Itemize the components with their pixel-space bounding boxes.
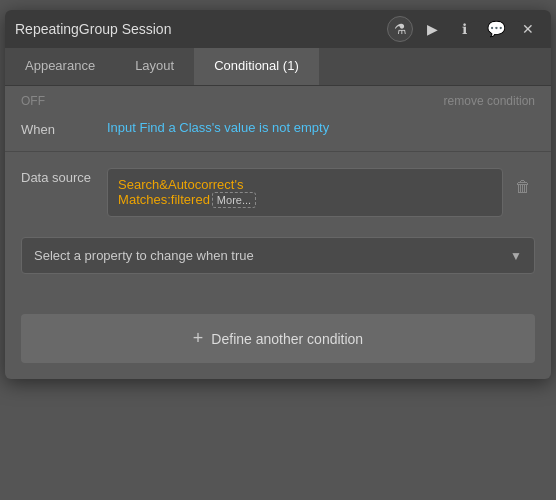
chat-button[interactable]: 💬 (483, 16, 509, 42)
close-button[interactable]: ✕ (515, 16, 541, 42)
data-source-value-wrap: Search&Autocorrect's Matches:filteredMor… (107, 168, 535, 217)
divider-1 (5, 151, 551, 152)
property-select-label: Select a property to change when true (34, 248, 254, 263)
trash-icon: 🗑 (515, 178, 531, 195)
property-select-dropdown[interactable]: Select a property to change when true ▼ (21, 237, 535, 274)
title-bar: RepeatingGroup Session ⚗ ▶ ℹ 💬 ✕ (5, 10, 551, 48)
tab-appearance[interactable]: Appearance (5, 48, 115, 85)
data-source-secondary: Matches:filteredMore... (118, 192, 492, 208)
flask-button[interactable]: ⚗ (387, 16, 413, 42)
data-source-box[interactable]: Search&Autocorrect's Matches:filteredMor… (107, 168, 503, 217)
info-button[interactable]: ℹ (451, 16, 477, 42)
data-source-label: Data source (21, 168, 91, 185)
data-source-primary: Search&Autocorrect's (118, 177, 492, 192)
panel-title: RepeatingGroup Session (15, 21, 171, 37)
condition-header: OFF remove condition (5, 86, 551, 112)
define-condition-wrap: + Define another condition (5, 314, 551, 379)
flask-icon: ⚗ (394, 21, 407, 37)
remove-condition-link[interactable]: remove condition (444, 94, 535, 108)
select-property-row: Select a property to change when true ▼ (5, 227, 551, 284)
title-bar-left: RepeatingGroup Session (15, 21, 171, 37)
spacer (5, 284, 551, 314)
tab-layout[interactable]: Layout (115, 48, 194, 85)
tab-conditional[interactable]: Conditional (1) (194, 48, 319, 85)
define-condition-button[interactable]: + Define another condition (21, 314, 535, 363)
tabs-bar: Appearance Layout Conditional (1) (5, 48, 551, 86)
when-label: When (21, 120, 91, 137)
close-icon: ✕ (522, 21, 534, 37)
data-source-row: Data source Search&Autocorrect's Matches… (5, 158, 551, 227)
title-bar-icons: ⚗ ▶ ℹ 💬 ✕ (387, 16, 541, 42)
define-condition-label: Define another condition (211, 331, 363, 347)
delete-datasource-button[interactable]: 🗑 (511, 172, 535, 202)
panel: RepeatingGroup Session ⚗ ▶ ℹ 💬 ✕ Appeara… (5, 10, 551, 379)
play-button[interactable]: ▶ (419, 16, 445, 42)
info-icon: ℹ (462, 21, 467, 37)
content-area: OFF remove condition When Input Find a C… (5, 86, 551, 379)
chevron-down-icon: ▼ (510, 249, 522, 263)
play-icon: ▶ (427, 21, 438, 37)
plus-icon: + (193, 328, 204, 349)
chat-icon: 💬 (487, 20, 506, 38)
data-source-more[interactable]: More... (212, 192, 256, 208)
off-label: OFF (21, 94, 45, 108)
when-value[interactable]: Input Find a Class's value is not empty (107, 120, 535, 135)
when-row: When Input Find a Class's value is not e… (5, 112, 551, 145)
